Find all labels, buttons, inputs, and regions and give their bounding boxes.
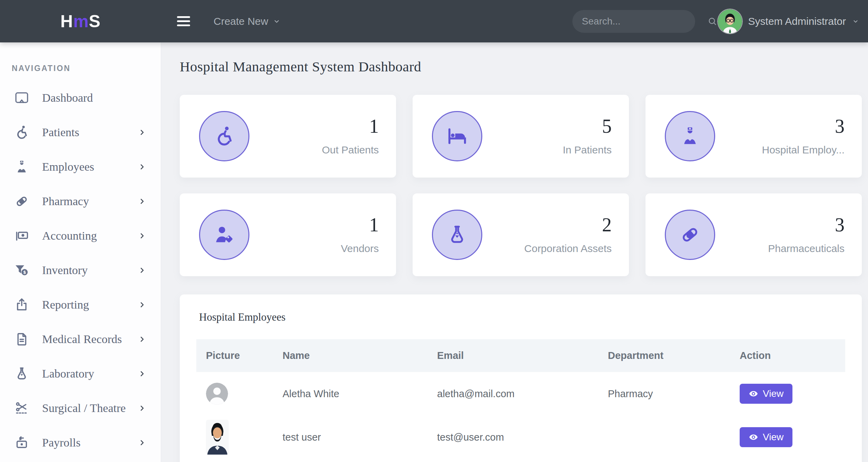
search-box: [572, 10, 695, 33]
nav-item-label: Laboratory: [42, 367, 138, 380]
sidebar-item-accounting[interactable]: Accounting: [0, 219, 161, 253]
nav-item-label: Dashboard: [42, 91, 146, 104]
cash-icon: [14, 228, 30, 244]
stat-cards-grid: 1 Out Patients 5 In Patients 3 Hospital …: [180, 95, 862, 276]
column-header-email: Email: [427, 350, 598, 361]
svg-text:$: $: [23, 270, 26, 275]
flask-icon: [446, 223, 468, 246]
chevron-right-icon: [138, 335, 146, 343]
chevron-right-icon: [138, 197, 146, 205]
cell-action: View: [730, 384, 845, 404]
nav-section-label: NAVIGATION: [12, 64, 161, 73]
logo-letter-s: S: [89, 12, 101, 31]
logo: HmS: [0, 13, 161, 30]
cell-email: test@user.com: [427, 432, 598, 443]
nav-item-label: Patients: [42, 126, 138, 139]
scissors-icon: [14, 400, 30, 416]
column-header-action: Action: [730, 350, 845, 361]
bed-icon: [446, 125, 468, 148]
cell-name: Aletha White: [273, 388, 427, 400]
user-avatar: [718, 9, 742, 33]
sidebar-item-patients[interactable]: Patients: [0, 115, 161, 150]
view-button-label: View: [763, 388, 783, 399]
user-name: System Administrator: [748, 16, 846, 27]
sidebar-item-surgical-theatre[interactable]: Surgical / Theatre: [0, 391, 161, 425]
stat-label: Corporation Assets: [524, 243, 612, 254]
column-header-name: Name: [273, 350, 427, 361]
table-body: Aletha White aletha@mail.com Pharmacy Vi…: [196, 372, 845, 459]
logo-letter-h: H: [60, 12, 73, 31]
sidebar-item-laboratory[interactable]: Laboratory: [0, 356, 161, 391]
view-button[interactable]: View: [740, 384, 792, 404]
sidebar-item-pharmacy[interactable]: Pharmacy: [0, 184, 161, 219]
column-header-picture: Picture: [196, 350, 273, 361]
view-button[interactable]: View: [740, 427, 792, 447]
chevron-right-icon: [138, 128, 146, 137]
stat-value: 3: [835, 117, 845, 136]
man-avatar: [206, 420, 229, 455]
stat-value: 1: [369, 117, 379, 136]
cell-email: aletha@mail.com: [427, 388, 598, 400]
stat-label: Vendors: [341, 243, 379, 254]
page-title: Hospital Management System Dashboard: [180, 58, 862, 75]
document-icon: [14, 331, 30, 347]
eye-icon: [749, 432, 758, 442]
hamburger-icon[interactable]: [177, 16, 190, 26]
cell-picture: [196, 420, 273, 455]
logo-letter-m: m: [73, 12, 89, 31]
stat-card-hospital-employ: 3 Hospital Employ...: [645, 95, 862, 178]
employees-table: PictureNameEmailDepartmentAction Aletha …: [196, 339, 845, 459]
chevron-right-icon: [138, 439, 146, 447]
nav-item-label: Surgical / Theatre: [42, 402, 138, 415]
nav-item-label: Payrolls: [42, 436, 138, 449]
stat-value: 2: [602, 215, 612, 234]
sidebar-item-payrolls[interactable]: Payrolls: [0, 425, 161, 460]
view-button-label: View: [763, 432, 783, 443]
topbar: HmS Create New System Administrator: [0, 0, 868, 42]
stat-value: 1: [369, 215, 379, 234]
sidebar-item-inventory[interactable]: $ Inventory: [0, 253, 161, 288]
table-row: test user test@user.com View: [196, 415, 845, 459]
search-input[interactable]: [581, 16, 707, 27]
sidebar-nav: Dashboard Patients Employees Pharmacy Ac…: [0, 81, 161, 460]
table-header-row: PictureNameEmailDepartmentAction: [196, 339, 845, 372]
register-icon: [14, 435, 30, 451]
nav-item-label: Medical Records: [42, 333, 138, 346]
create-new-label: Create New: [214, 16, 268, 27]
stat-label: Hospital Employ...: [762, 144, 845, 156]
cell-department: Pharmacy: [598, 388, 730, 400]
stat-card-out-patients: 1 Out Patients: [180, 95, 396, 178]
stat-label: Out Patients: [322, 144, 379, 156]
employees-title: Hospital Employees: [199, 311, 845, 323]
stat-card-in-patients: 5 In Patients: [413, 95, 629, 178]
chevron-down-icon: [273, 18, 280, 25]
nav-item-label: Pharmacy: [42, 195, 138, 208]
sidebar-item-dashboard[interactable]: Dashboard: [0, 81, 161, 115]
chevron-right-icon: [138, 232, 146, 240]
sidebar-item-employees[interactable]: Employees: [0, 150, 161, 184]
sidebar: NAVIGATION Dashboard Patients Employees …: [0, 42, 161, 462]
nurse-icon: [679, 125, 701, 148]
search-icon[interactable]: [707, 16, 718, 27]
create-new-button[interactable]: Create New: [214, 16, 280, 27]
share-icon: [14, 297, 30, 313]
sidebar-item-reporting[interactable]: Reporting: [0, 288, 161, 322]
chevron-down-icon: [852, 18, 859, 25]
main-content: Hospital Management System Dashboard 1 O…: [161, 42, 868, 462]
nav-item-label: Employees: [42, 160, 138, 173]
wheelchair-icon: [14, 124, 30, 140]
chevron-right-icon: [138, 404, 146, 412]
pill-icon: [679, 223, 701, 246]
stat-value: 5: [602, 117, 612, 136]
stat-label: In Patients: [563, 144, 612, 156]
dashboard-icon: [14, 90, 30, 106]
placeholder-avatar: [206, 383, 228, 405]
sidebar-item-medical-records[interactable]: Medical Records: [0, 322, 161, 356]
chevron-right-icon: [138, 370, 146, 378]
cell-name: test user: [273, 432, 427, 443]
employees-section: Hospital Employees PictureNameEmailDepar…: [180, 294, 862, 462]
stat-card-corporation-assets: 2 Corporation Assets: [413, 193, 629, 276]
pill-icon: [14, 193, 30, 209]
cell-picture: [196, 383, 273, 405]
user-menu[interactable]: System Administrator: [718, 9, 859, 33]
